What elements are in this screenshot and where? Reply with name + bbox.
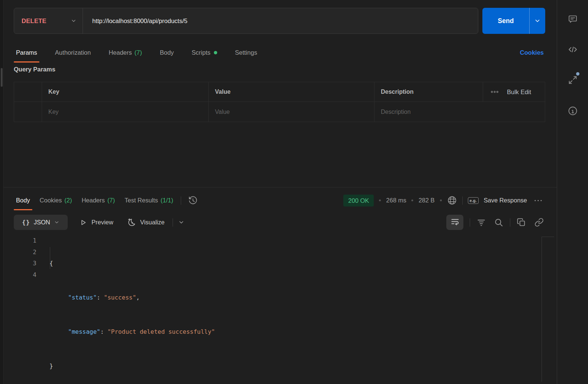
description-column-header: Description bbox=[374, 82, 483, 102]
param-description-input[interactable] bbox=[381, 109, 545, 115]
send-button[interactable]: Send bbox=[482, 8, 545, 34]
tab-body[interactable]: Body bbox=[158, 43, 176, 63]
line-number: 3 bbox=[4, 258, 36, 269]
pane-divider[interactable] bbox=[4, 187, 557, 188]
two-pane-toggle-button[interactable] bbox=[568, 75, 578, 85]
response-tab-headers-count: (7) bbox=[107, 197, 115, 204]
response-actions-toolbar bbox=[446, 215, 544, 230]
tab-authorization-label: Authorization bbox=[55, 49, 91, 56]
url-input[interactable] bbox=[83, 8, 478, 33]
send-options-button[interactable] bbox=[530, 8, 545, 34]
copy-icon bbox=[517, 218, 526, 227]
method-chevron-down-icon bbox=[71, 18, 77, 24]
comments-button[interactable] bbox=[568, 14, 578, 25]
tab-settings[interactable]: Settings bbox=[233, 43, 260, 63]
query-params-title: Query Params bbox=[14, 66, 55, 73]
code-line: "message": "Product deleted successfully… bbox=[49, 326, 215, 338]
cookies-link-label: Cookies bbox=[520, 49, 544, 56]
bulk-edit-button[interactable]: Bulk Edit bbox=[507, 89, 531, 96]
editor-scrollbar-boundary bbox=[542, 237, 542, 382]
tab-scripts[interactable]: Scripts bbox=[189, 43, 219, 63]
format-selector-dropdown[interactable]: {} JSON bbox=[14, 215, 68, 230]
tab-headers[interactable]: Headers (7) bbox=[106, 43, 144, 63]
method-label: DELETE bbox=[22, 17, 46, 25]
line-number: 2 bbox=[4, 247, 36, 258]
send-chevron-down-icon bbox=[534, 17, 541, 24]
actions-divider bbox=[470, 218, 470, 227]
tab-headers-label: Headers bbox=[109, 49, 132, 56]
comment-icon bbox=[568, 19, 578, 26]
tab-authorization[interactable]: Authorization bbox=[53, 43, 93, 63]
wrap-text-icon bbox=[450, 217, 460, 228]
copy-button[interactable] bbox=[517, 218, 526, 227]
response-size[interactable]: 282 B bbox=[418, 197, 434, 204]
line-number: 4 bbox=[4, 269, 36, 281]
share-link-button[interactable] bbox=[534, 218, 544, 227]
code-icon bbox=[568, 49, 578, 56]
line-number: 1 bbox=[4, 235, 36, 247]
response-more-button[interactable] bbox=[534, 196, 543, 205]
method-selector[interactable]: DELETE bbox=[14, 8, 83, 33]
param-key-input[interactable] bbox=[48, 109, 208, 115]
wrap-text-button[interactable] bbox=[446, 215, 463, 230]
search-icon bbox=[494, 218, 504, 227]
table-actions-cell: Bulk Edit bbox=[483, 82, 545, 102]
preview-button[interactable]: Preview bbox=[79, 218, 113, 227]
response-tab-test-results[interactable]: Test Results (1/1) bbox=[122, 191, 176, 210]
preview-play-icon bbox=[79, 218, 88, 227]
select-column-header bbox=[14, 82, 42, 102]
query-params-table: Key Value Description Bulk Edit bbox=[14, 82, 545, 122]
info-button[interactable] bbox=[568, 106, 578, 116]
response-body-editor[interactable]: { "status": "success", "message": "Produ… bbox=[49, 235, 215, 384]
filter-icon bbox=[476, 218, 486, 227]
request-response-panel: DELETE Send Params Aut bbox=[4, 0, 557, 384]
meta-separator-dot bbox=[379, 199, 381, 201]
request-tabs: Params Authorization Headers (7) Body Sc… bbox=[14, 43, 259, 63]
visualize-wand-icon bbox=[127, 218, 136, 227]
response-tab-headers[interactable]: Headers (7) bbox=[79, 191, 117, 210]
status-badge[interactable]: 200 OK bbox=[343, 195, 374, 207]
row-select-cell[interactable] bbox=[14, 102, 42, 122]
globe-icon bbox=[447, 195, 457, 205]
tabs-divider bbox=[181, 196, 181, 205]
response-history-button[interactable] bbox=[188, 195, 198, 205]
params-more-icon[interactable] bbox=[491, 88, 499, 96]
code-line: { bbox=[49, 258, 215, 269]
param-value-input[interactable] bbox=[215, 109, 374, 115]
toolbar-chevron-down-icon bbox=[178, 219, 184, 225]
json-braces-icon: {} bbox=[22, 219, 30, 226]
value-column-header: Value bbox=[208, 82, 374, 102]
visualize-button[interactable]: Visualize bbox=[127, 218, 165, 227]
tab-params[interactable]: Params bbox=[14, 43, 39, 63]
tab-params-label: Params bbox=[16, 49, 37, 56]
resize-arrows-icon bbox=[568, 80, 578, 86]
network-info-button[interactable] bbox=[447, 195, 457, 205]
tab-scripts-label: Scripts bbox=[192, 49, 210, 56]
link-icon bbox=[534, 218, 544, 227]
tab-body-label: Body bbox=[160, 49, 174, 56]
response-time[interactable]: 268 ms bbox=[386, 197, 406, 204]
response-tab-cookies-label: Cookies bbox=[40, 197, 62, 204]
meta-separator-dot bbox=[440, 199, 442, 201]
filter-button[interactable] bbox=[476, 218, 486, 227]
tab-settings-label: Settings bbox=[235, 49, 257, 56]
save-response-button[interactable]: Save Response bbox=[484, 197, 527, 204]
search-button[interactable] bbox=[494, 218, 504, 227]
response-meta: 200 OK 268 ms 282 B e.g. Save Response bbox=[343, 191, 543, 210]
view-options-button[interactable] bbox=[178, 219, 184, 225]
response-tab-test-results-label: Test Results bbox=[125, 197, 158, 204]
response-tab-test-results-count: (1/1) bbox=[161, 197, 173, 204]
info-icon bbox=[568, 111, 578, 117]
editor-line-numbers: 1 2 3 4 bbox=[4, 235, 36, 281]
tab-headers-count: (7) bbox=[135, 49, 142, 56]
code-snippet-button[interactable] bbox=[568, 44, 578, 55]
response-tab-body[interactable]: Body bbox=[14, 191, 32, 210]
left-rail-scrollbar[interactable] bbox=[1, 68, 3, 87]
toolbar-divider bbox=[173, 218, 173, 227]
key-column-header: Key bbox=[42, 82, 208, 102]
response-tab-cookies[interactable]: Cookies (2) bbox=[38, 191, 74, 210]
history-icon bbox=[188, 195, 198, 205]
context-sidebar bbox=[557, 0, 588, 384]
cookies-link[interactable]: Cookies bbox=[520, 43, 544, 63]
visualize-label: Visualize bbox=[140, 219, 165, 226]
